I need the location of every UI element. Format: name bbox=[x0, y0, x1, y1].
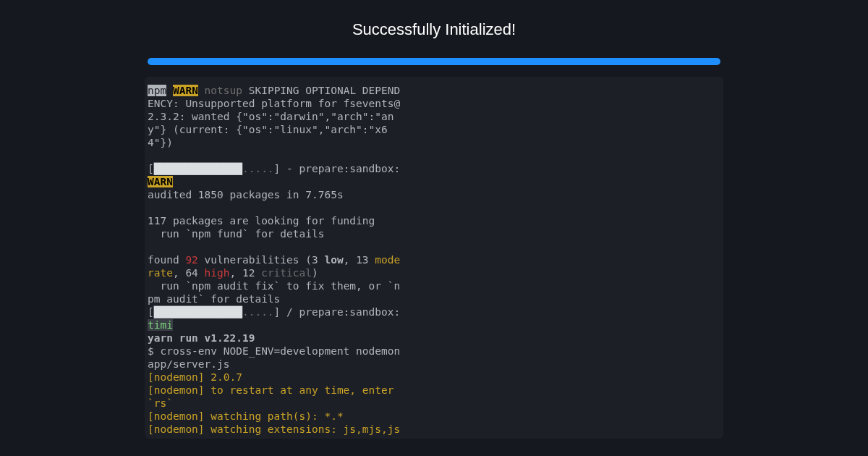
close-paren: ) bbox=[312, 267, 318, 279]
found-mid: vulnerabilities (3 bbox=[198, 254, 325, 266]
warn-tag: WARN bbox=[173, 85, 198, 96]
progress-fill: ██████████████ bbox=[154, 163, 242, 174]
c13: , 13 bbox=[344, 254, 375, 266]
critical-label: critical bbox=[261, 267, 312, 279]
progress-bar bbox=[148, 58, 720, 65]
high-label: high bbox=[205, 267, 230, 279]
notsup-text: notsup bbox=[205, 85, 242, 96]
bar-open-2: [ bbox=[148, 306, 154, 318]
terminal-content: npm WARN notsup SKIPPING OPTIONAL DEPEND… bbox=[145, 84, 405, 439]
warn-tag-2: WARN bbox=[148, 176, 173, 187]
nodemon-line-3: [nodemon] watching path(s): *.* bbox=[148, 410, 344, 422]
npm-tag: npm bbox=[148, 85, 166, 96]
found-pre: found bbox=[148, 254, 185, 266]
low-label: low bbox=[324, 254, 343, 266]
audit-fix-line: run `npm audit fix` to fix them, or `npm… bbox=[148, 280, 400, 305]
progress-dots-2: ..... bbox=[242, 306, 274, 318]
terminal-output[interactable]: npm WARN notsup SKIPPING OPTIONAL DEPEND… bbox=[145, 77, 723, 439]
progress-fill-2: ██████████████ bbox=[154, 306, 242, 318]
audited-line: audited 1850 packages in 7.765s bbox=[148, 189, 344, 200]
nodemon-line-1: [nodemon] 2.0.7 bbox=[148, 371, 242, 383]
prepare-label-2: ] / prepare:sandbox: bbox=[274, 306, 407, 318]
timi-badge: timi bbox=[148, 319, 173, 331]
nodemon-line-2: [nodemon] to restart at any time, enter … bbox=[148, 384, 400, 409]
yarn-line: yarn run v1.22.19 bbox=[148, 332, 255, 344]
prepare-label: ] - prepare:sandbox: bbox=[274, 163, 407, 174]
page-title: Successfully Initialized! bbox=[352, 20, 516, 39]
c64: , 64 bbox=[173, 267, 205, 279]
c12: , 12 bbox=[230, 267, 262, 279]
funding-line-2: run `npm fund` for details bbox=[148, 228, 324, 240]
vuln-count: 92 bbox=[185, 254, 197, 266]
nodemon-line-4: [nodemon] watching extensions: js,mjs,js… bbox=[148, 423, 400, 439]
crossenv-line: $ cross-env NODE_ENV=development nodemon… bbox=[148, 345, 407, 370]
bar-open: [ bbox=[148, 163, 154, 174]
progress-dots: ..... bbox=[242, 163, 274, 174]
funding-line-1: 117 packages are looking for funding bbox=[148, 215, 375, 227]
